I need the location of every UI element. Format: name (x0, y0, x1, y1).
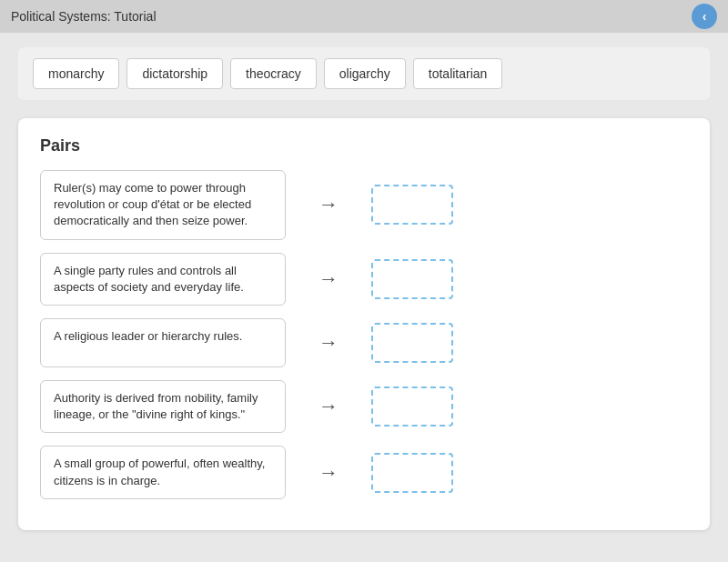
pair-row-3: A religious leader or hierarchy rules.→ (40, 318, 688, 367)
pairs-card: Pairs Ruler(s) may come to power through… (18, 118, 710, 530)
arrow-icon: → (318, 193, 339, 216)
main-content: monarchydictatorshiptheocracyoligarchyto… (0, 33, 728, 545)
arrow-icon: → (318, 331, 339, 355)
pairs-title: Pairs (40, 136, 688, 156)
arrow-3: → (297, 331, 360, 355)
vocabulary-chips: monarchydictatorshiptheocracyoligarchyto… (18, 47, 710, 100)
chip-oligarchy[interactable]: oligarchy (324, 58, 406, 89)
page-title: Political Systems: Tutorial (11, 9, 157, 24)
drop-target-3[interactable] (371, 323, 453, 363)
arrow-2: → (297, 267, 360, 291)
pair-row-5: A small group of powerful, often wealthy… (40, 446, 688, 498)
pair-description-1: Ruler(s) may come to power through revol… (40, 170, 286, 240)
arrow-5: → (297, 461, 360, 485)
pair-row-1: Ruler(s) may come to power through revol… (40, 170, 688, 240)
pair-description-4: Authority is derived from nobility, fami… (40, 380, 286, 433)
back-button[interactable]: ‹ (692, 4, 717, 29)
chip-theocracy[interactable]: theocracy (230, 58, 317, 89)
pair-description-5: A small group of powerful, often wealthy… (40, 446, 286, 498)
pair-row-2: A single party rules and controls all as… (40, 253, 688, 306)
pair-description-3: A religious leader or hierarchy rules. (40, 318, 286, 367)
pair-description-2: A single party rules and controls all as… (40, 253, 286, 306)
chip-totalitarian[interactable]: totalitarian (413, 58, 503, 89)
header-bar: Political Systems: Tutorial ‹ (0, 0, 728, 33)
arrow-icon: → (318, 395, 339, 418)
arrow-4: → (297, 395, 360, 418)
drop-target-1[interactable] (371, 185, 453, 225)
pairs-rows: Ruler(s) may come to power through revol… (40, 170, 688, 499)
drop-target-5[interactable] (371, 453, 453, 493)
pair-row-4: Authority is derived from nobility, fami… (40, 380, 688, 433)
arrow-icon: → (318, 267, 339, 291)
chip-dictatorship[interactable]: dictatorship (126, 58, 223, 89)
chip-monarchy[interactable]: monarchy (33, 58, 119, 89)
drop-target-4[interactable] (371, 386, 453, 427)
drop-target-2[interactable] (371, 259, 453, 299)
arrow-icon: → (318, 461, 339, 485)
arrow-1: → (297, 193, 360, 216)
